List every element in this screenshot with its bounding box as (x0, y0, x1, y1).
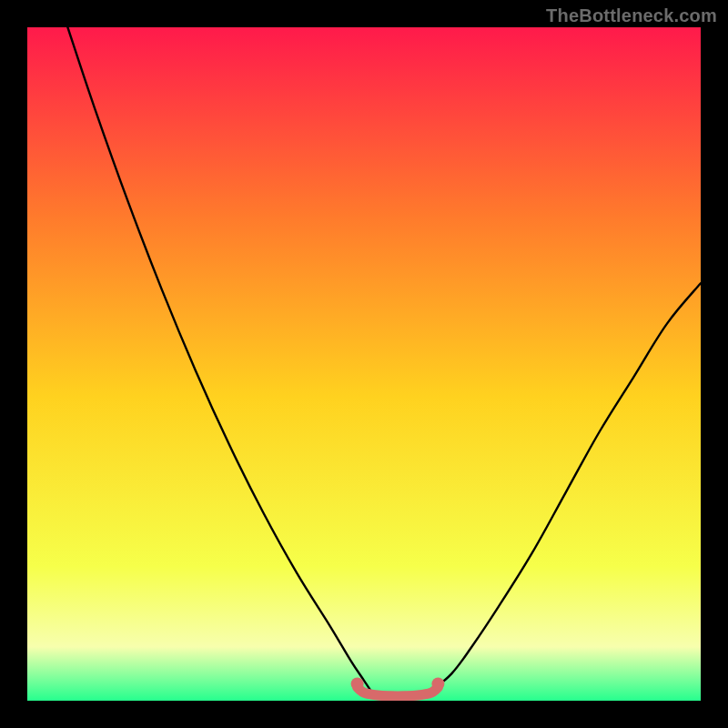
marker-dot-0 (351, 678, 364, 691)
watermark-text: TheBottleneck.com (546, 5, 717, 26)
plot-area (27, 27, 701, 701)
chart-svg (27, 27, 701, 701)
marker-dot-1 (431, 678, 444, 691)
chart-frame: TheBottleneck.com (0, 0, 728, 728)
gradient-background (27, 27, 701, 701)
